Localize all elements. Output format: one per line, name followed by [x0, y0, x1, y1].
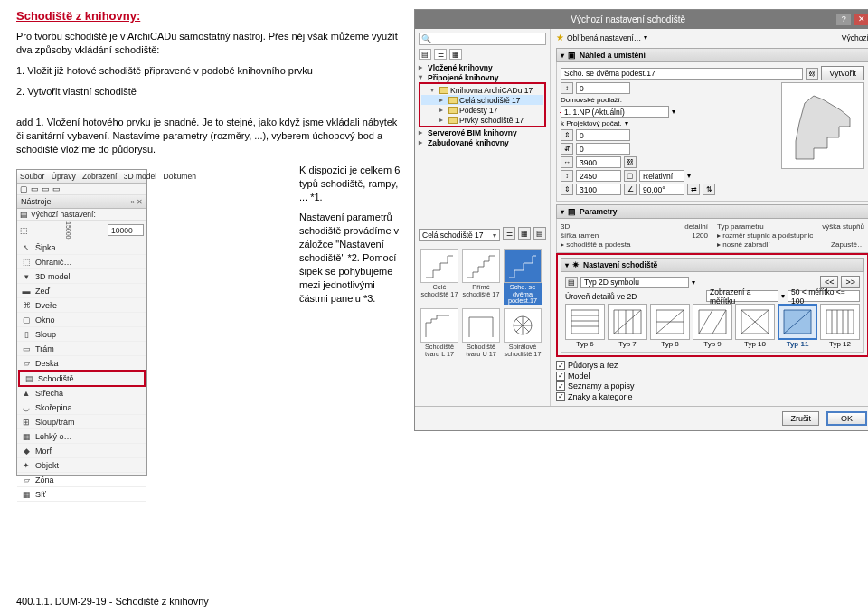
stair-settings-highlight: ▾✷Nastavení schodiště ▤ Typ 2D symbolu▾ …	[556, 253, 868, 357]
section-model[interactable]: Model	[568, 372, 590, 381]
tool-wall[interactable]: ▬Zeď	[17, 284, 146, 298]
section-stair-settings[interactable]: ▾✷Nastavení schodiště	[561, 258, 864, 272]
favorites-dropdown[interactable]: Oblíbená nastavení…	[567, 33, 641, 42]
tool-roof[interactable]: ▲Střecha	[17, 386, 146, 400]
section-preview[interactable]: ▾▣Náhled a umístění	[556, 48, 868, 62]
z-input[interactable]: 0	[576, 129, 630, 141]
tool-curtain[interactable]: ▦Lehký o…	[17, 429, 146, 444]
section-lists[interactable]: Seznamy a popisy	[568, 381, 635, 391]
tree-landings[interactable]: ▸Podesty 17	[421, 105, 543, 115]
tool-window[interactable]: ▢Okno	[17, 313, 146, 327]
search-input[interactable]: 🔍	[419, 33, 546, 45]
menu-3d[interactable]: 3D model	[124, 172, 156, 181]
new-icon[interactable]: ▢	[20, 184, 28, 193]
tree-ac17[interactable]: ▾Knihovna ArchiCADu 17	[421, 85, 543, 95]
stair-u[interactable]: Schodiště tvaru U 17	[462, 308, 500, 357]
type-11[interactable]: Typ 11	[778, 304, 817, 348]
chk-tags[interactable]: ✓	[556, 392, 565, 401]
tool-beam[interactable]: ▭Trám	[17, 342, 146, 356]
section-params[interactable]: ▾▤Parametry	[556, 204, 868, 219]
scale-range[interactable]: 50 < měřítko <= 100	[788, 290, 860, 302]
tool-object[interactable]: ✦Objekt	[17, 458, 146, 473]
elev-input[interactable]: 0	[576, 82, 630, 94]
view-list-icon[interactable]: ☰	[503, 227, 515, 240]
help-button[interactable]: ?	[836, 14, 851, 25]
view-detail-icon[interactable]: ▤	[533, 227, 546, 240]
home-story-dropdown[interactable]: 1. 1.NP (Aktuální)	[561, 106, 669, 118]
flip-icon[interactable]: ⇅	[703, 184, 715, 195]
preview-3d	[781, 82, 864, 169]
close-icon[interactable]: ✕	[137, 198, 143, 206]
tree-builtin-libs[interactable]: ▸Zabudované knihovny	[419, 137, 546, 147]
type-6[interactable]: Typ 6	[565, 304, 605, 348]
tool-door[interactable]: ⌘Dveře	[17, 298, 146, 313]
tool-pillar[interactable]: ⊞Sloup/trám	[17, 415, 146, 429]
dim-width[interactable]: 10000	[108, 224, 144, 236]
open-icon[interactable]: ▭	[31, 184, 39, 193]
tool-mesh[interactable]: ▦Síť	[17, 487, 146, 502]
tool-stair[interactable]: ▤Schodiště	[18, 370, 146, 387]
symbol-type-dropdown[interactable]: Typ 2D symbolu	[580, 277, 689, 288]
menubar[interactable]: Soubor Úpravy Zobrazení 3D model Dokumen	[17, 170, 146, 184]
chk-plan[interactable]: ✓	[556, 361, 565, 370]
d-input[interactable]: 2450	[576, 170, 621, 182]
tool-column[interactable]: ▯Sloup	[17, 327, 146, 342]
link2-icon[interactable]: ⛓	[624, 156, 637, 168]
chk-model[interactable]: ✓	[556, 372, 565, 381]
view-thumb-icon[interactable]: ▦	[518, 227, 531, 240]
stair-spiral[interactable]: Spirálové schodiště 17	[504, 308, 542, 357]
view-grid-icon[interactable]: ▦	[449, 49, 462, 60]
view-tree-icon[interactable]: ☰	[434, 49, 447, 60]
cancel-button[interactable]: Zrušit	[782, 411, 819, 426]
type-8[interactable]: Typ 8	[650, 304, 690, 348]
stair-folder-dropdown[interactable]: Celá schodiště 17▾	[419, 229, 500, 241]
menu-edit[interactable]: Úpravy	[52, 172, 76, 181]
tool-zone[interactable]: ▱Zóna	[17, 473, 146, 487]
stair-name-input[interactable]: Scho. se dvěma podest.17	[561, 68, 803, 80]
chevron-icon[interactable]: »	[131, 198, 135, 206]
stair-straight[interactable]: Přímé schodiště 17	[462, 249, 500, 305]
tree-all-stairs[interactable]: ▸Celá schodiště 17	[421, 95, 543, 105]
stair-full[interactable]: Celé schodiště 17	[420, 249, 458, 305]
type-9[interactable]: Typ 9	[693, 304, 732, 348]
y-input[interactable]: 0	[576, 143, 630, 155]
w-input[interactable]: 3900	[576, 156, 621, 168]
h-input[interactable]: 3100	[576, 184, 621, 195]
type-10[interactable]: Typ 10	[735, 304, 775, 348]
tree-inserted-libs[interactable]: ▸Vložené knihovny	[419, 62, 546, 72]
mirror-icon[interactable]: ⇄	[687, 184, 700, 195]
tool-marquee[interactable]: ⬚Ohranič…	[17, 255, 146, 269]
chk-lists[interactable]: ✓	[556, 381, 565, 391]
tool-morph[interactable]: ◆Morf	[17, 444, 146, 458]
tool-3dmodel[interactable]: ▾3D model	[17, 269, 146, 284]
stair-two-landing[interactable]: Scho. se dvěma podest.17	[504, 249, 542, 305]
tree-linked-libs[interactable]: ▾Připojené knihovny	[419, 72, 546, 82]
view-folder-icon[interactable]: ▤	[419, 49, 431, 60]
type-12[interactable]: Typ 12	[820, 304, 860, 348]
menu-view[interactable]: Zobrazení	[82, 172, 117, 181]
type-7[interactable]: Typ 7	[608, 304, 647, 348]
section-tags[interactable]: Znaky a kategorie	[568, 392, 633, 401]
close-button[interactable]: ✕	[854, 14, 868, 25]
icon-toolbar[interactable]: ▢ ▭ ▭ ▭	[17, 184, 146, 195]
save-icon[interactable]: ▭	[42, 184, 50, 193]
menu-file[interactable]: Soubor	[20, 172, 44, 181]
detail-mode-dropdown[interactable]: Zobrazení a měřítku	[706, 290, 778, 302]
link-icon[interactable]: ⬚	[20, 226, 28, 235]
tool-slab[interactable]: ▱Deska	[17, 356, 146, 371]
create-button[interactable]: Vytvořit	[821, 66, 864, 80]
angle-input[interactable]: 90,00°	[639, 184, 684, 195]
tool-arrow[interactable]: ↖Šipka	[17, 240, 146, 255]
section-plan[interactable]: Půdorys a řez	[568, 361, 618, 370]
stair-l[interactable]: Schodiště tvaru L 17	[420, 308, 458, 357]
z-icon: ⇕	[561, 129, 573, 141]
print-icon[interactable]: ▭	[52, 184, 61, 193]
tree-stair-parts[interactable]: ▸Prvky schodiště 17	[421, 115, 543, 125]
rel-mode[interactable]: Relativní	[639, 170, 684, 182]
tree-bim-libs[interactable]: ▸Serverové BIM knihovny	[419, 127, 546, 137]
ok-button[interactable]: OK	[826, 411, 867, 426]
menu-doc[interactable]: Dokumen	[164, 172, 196, 181]
link-icon[interactable]: ⛓	[806, 68, 818, 80]
tool-shell[interactable]: ◡Skořepina	[17, 400, 146, 415]
star-icon[interactable]: ★	[556, 33, 564, 42]
